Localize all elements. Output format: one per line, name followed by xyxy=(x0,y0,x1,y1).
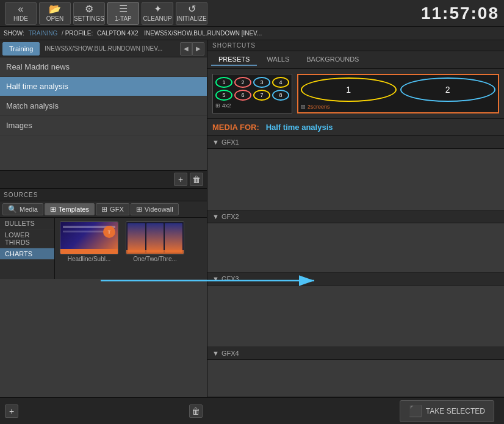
category-charts[interactable]: CHARTS xyxy=(0,248,54,260)
show-prefix: SHOW: xyxy=(4,30,24,37)
shortcuts-tabs: PRESETS WALLS BACKGROUNDS xyxy=(207,51,504,69)
gfx3-body xyxy=(207,286,504,347)
category-bullets[interactable]: BULLETS xyxy=(0,218,54,229)
media-icon: 🔍 xyxy=(8,205,17,214)
sources-tab-videowall[interactable]: ⊞ Videowall xyxy=(131,203,179,215)
screens-inner: 1 2 xyxy=(301,77,495,102)
templates-grid: T Headline/Subl... xyxy=(55,218,189,279)
open-button[interactable]: 📂 OPEN xyxy=(39,2,71,25)
1tap-label: 1-TAP xyxy=(115,15,132,22)
template-one-two-three-label: One/Two/Thre... xyxy=(124,256,185,262)
shortcuts-tab-presets[interactable]: PRESETS xyxy=(211,54,257,66)
grid-cell-7[interactable]: 7 xyxy=(253,90,270,101)
take-selected-label: TAKE SELECTED xyxy=(426,407,485,415)
gfx2-body xyxy=(207,223,504,272)
playlist-item-images[interactable]: Images xyxy=(0,116,207,135)
cleanup-icon: ✦ xyxy=(154,4,162,14)
preset-4x2-grid: 1 2 3 4 5 6 7 8 xyxy=(215,77,289,101)
grid-cell-5[interactable]: 5 xyxy=(215,90,232,101)
sources-delete-button[interactable]: 🗑 xyxy=(189,404,203,418)
template-headline[interactable]: T Headline/Subl... xyxy=(59,221,120,275)
media-for-label: MEDIA FOR: xyxy=(212,123,259,132)
cleanup-label: CLEANUP xyxy=(143,15,171,22)
template-one-two-three-preview xyxy=(126,221,184,254)
preset-4x2[interactable]: 1 2 3 4 5 6 7 8 ⊞ 4x2 xyxy=(212,74,292,113)
settings-icon: ⚙ xyxy=(85,4,93,14)
hide-button[interactable]: « HIDE xyxy=(5,2,37,25)
gfx3-label: GFX3 xyxy=(221,275,239,282)
gfx4-label: GFX4 xyxy=(221,350,239,357)
preset-4x2-label: ⊞ 4x2 xyxy=(215,102,289,109)
left-panel: Training INEWS5X/SHOW.BUL.RUNDOWN [INEV.… xyxy=(0,40,207,424)
grid-cell-3[interactable]: 3 xyxy=(253,77,270,88)
sources-tab-gfx[interactable]: ⊞ GFX xyxy=(96,203,129,215)
playlist: Real Madrid news Half time analysis Matc… xyxy=(0,57,207,170)
gfx1-arrow-icon: ▼ xyxy=(212,138,219,146)
gfx3-section: ▼ GFX3 xyxy=(207,273,504,347)
grid-cell-2[interactable]: 2 xyxy=(234,77,251,88)
videowall-icon: ⊞ xyxy=(136,205,142,214)
1tap-icon: ☰ xyxy=(119,4,128,14)
cleanup-button[interactable]: ✦ CLEANUP xyxy=(142,2,173,25)
profile-name: CALPTON 4X2 xyxy=(97,30,139,37)
template-one-two-three[interactable]: One/Two/Thre... xyxy=(124,221,185,275)
settings-button[interactable]: ⚙ SETTINGS xyxy=(73,2,105,25)
gfx2-header[interactable]: ▼ GFX2 xyxy=(207,210,504,223)
hide-label: HIDE xyxy=(13,15,28,22)
open-icon: 📂 xyxy=(49,4,61,14)
sources-tab-media[interactable]: 🔍 Media xyxy=(2,203,43,215)
gfx-icon: ⊞ xyxy=(101,205,107,214)
nav-prev[interactable]: ◀ xyxy=(180,42,192,56)
template-headline-preview: T xyxy=(60,221,118,254)
gfx3-arrow-icon: ▼ xyxy=(212,275,219,282)
screen-cell-2[interactable]: 2 xyxy=(400,77,496,102)
nav-next[interactable]: ▶ xyxy=(192,42,204,56)
initialize-icon: ↺ xyxy=(188,4,196,14)
gfx4-header[interactable]: ▼ GFX4 xyxy=(207,347,504,360)
take-selected-button[interactable]: ⬛ TAKE SELECTED xyxy=(400,400,494,422)
sources-tabs: 🔍 Media ⊞ Templates ⊞ GFX ⊞ Videowall xyxy=(0,201,207,218)
template-headline-label: Headline/Subl... xyxy=(59,256,120,262)
right-panel: SHORTCUTS PRESETS WALLS BACKGROUNDS 1 2 … xyxy=(207,40,504,424)
shortcuts-tab-backgrounds[interactable]: BACKGROUNDS xyxy=(299,54,366,66)
sources-add-button[interactable]: + xyxy=(5,404,18,418)
gfx1-header[interactable]: ▼ GFX1 xyxy=(207,136,504,149)
grid-cell-4[interactable]: 4 xyxy=(272,77,289,88)
preset-2screens-label: ⊞ 2screens xyxy=(301,104,495,110)
sources-tab-templates[interactable]: ⊞ Templates xyxy=(45,203,95,215)
delete-item-button[interactable]: 🗑 xyxy=(190,173,203,186)
take-selected-icon: ⬛ xyxy=(409,404,422,418)
playlist-item-half-time[interactable]: Half time analysis xyxy=(0,77,207,96)
gfx2-arrow-icon: ▼ xyxy=(212,213,219,220)
gfx4-section: ▼ GFX4 xyxy=(207,347,504,397)
grid-cell-1[interactable]: 1 xyxy=(215,77,232,88)
gfx3-header[interactable]: ▼ GFX3 xyxy=(207,273,504,286)
toolbar: « HIDE 📂 OPEN ⚙ SETTINGS ☰ 1-TAP ✦ CLEAN… xyxy=(5,2,421,25)
preset-2screens[interactable]: 1 2 ⊞ 2screens xyxy=(297,74,499,113)
gfx-sections: ▼ GFX1 ▼ GFX2 ▼ GFX3 xyxy=(207,136,504,424)
shortcuts-tab-walls[interactable]: WALLS xyxy=(259,54,297,66)
sources-content-area: BULLETS LOWER THIRDS CHARTS xyxy=(0,218,207,279)
nav-tabs: Training INEWS5X/SHOW.BUL.RUNDOWN [INEV.… xyxy=(0,40,207,57)
grid-cell-6[interactable]: 6 xyxy=(234,90,251,101)
settings-label: SETTINGS xyxy=(74,15,104,22)
profile-prefix: PROFILE: xyxy=(65,30,93,37)
playlist-item-match-analysis[interactable]: Match analysis xyxy=(0,96,207,116)
gfx1-body xyxy=(207,149,504,210)
gfx4-body xyxy=(207,360,504,397)
gfx2-label: GFX2 xyxy=(221,213,239,220)
tab-training-label: Training xyxy=(9,45,33,52)
playlist-item-real-madrid[interactable]: Real Madrid news xyxy=(0,57,207,77)
grid-cell-8[interactable]: 8 xyxy=(272,90,289,101)
screen-cell-1[interactable]: 1 xyxy=(301,77,397,102)
hide-icon: « xyxy=(18,4,24,14)
initialize-button[interactable]: ↺ INITIALIZE xyxy=(176,2,207,25)
templates-icon: ⊞ xyxy=(50,205,56,214)
clock-display: 11:57:08 xyxy=(421,4,499,23)
category-lower-thirds[interactable]: LOWER THIRDS xyxy=(0,229,54,248)
tab-training[interactable]: Training xyxy=(2,42,40,56)
gfx1-section: ▼ GFX1 xyxy=(207,136,504,210)
playlist-actions: + 🗑 xyxy=(0,170,207,189)
add-item-button[interactable]: + xyxy=(174,173,187,186)
1tap-button[interactable]: ☰ 1-TAP xyxy=(107,2,139,25)
